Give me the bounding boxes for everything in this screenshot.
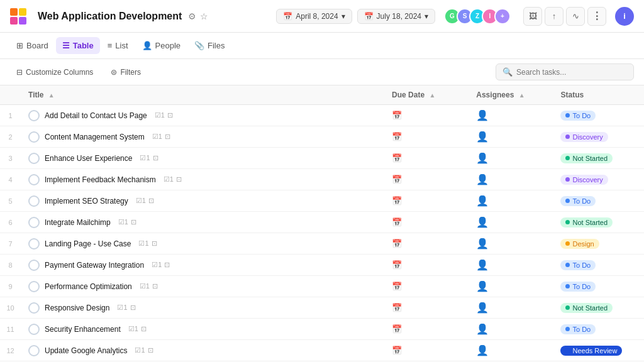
- row-due-date[interactable]: 📅: [384, 169, 469, 190]
- row-status[interactable]: To Do: [553, 319, 644, 340]
- row-status[interactable]: Needs Review: [553, 340, 644, 361]
- tasks-table: Title ▲ Due Date ▲ Assignees ▲ Status 1 …: [0, 85, 644, 362]
- row-due-date[interactable]: 📅: [384, 126, 469, 148]
- row-status[interactable]: Discovery: [553, 126, 644, 148]
- row-status[interactable]: To Do: [553, 255, 644, 276]
- row-assignees[interactable]: 👤: [469, 297, 553, 319]
- row-title[interactable]: Performance Optimization ☑1 ⊡: [21, 276, 384, 297]
- tab-list[interactable]: ≡ List: [101, 37, 135, 54]
- row-title[interactable]: Landing Page - Use Case ☑1 ⊡: [21, 233, 384, 255]
- row-title[interactable]: Update Google Analytics ☑1 ⊡: [21, 340, 384, 361]
- row-due-date[interactable]: 📅: [384, 105, 469, 126]
- row-assignees[interactable]: 👤: [469, 212, 553, 233]
- task-checkbox[interactable]: [28, 195, 40, 207]
- row-due-date[interactable]: 📅: [384, 297, 469, 319]
- task-checkbox[interactable]: [28, 153, 40, 164]
- share-btn[interactable]: ↑: [545, 7, 564, 26]
- row-due-date[interactable]: 📅: [384, 276, 469, 297]
- status-dot: [565, 156, 570, 160]
- col-title-header[interactable]: Title ▲: [21, 85, 384, 105]
- row-status[interactable]: Not Started: [553, 212, 644, 233]
- tab-files-label: Files: [208, 41, 225, 50]
- tab-board[interactable]: ⊞ Board: [10, 37, 55, 54]
- row-status[interactable]: To Do: [553, 190, 644, 212]
- row-due-date[interactable]: 📅: [384, 233, 469, 255]
- chevron-down-icon2: ▾: [425, 12, 428, 21]
- row-assignees[interactable]: 👤: [469, 190, 553, 212]
- row-title[interactable]: Responsive Design ☑1 ⊡: [21, 297, 384, 319]
- status-dot: [565, 327, 570, 331]
- row-assignees[interactable]: 👤: [469, 169, 553, 190]
- task-checkbox[interactable]: [28, 131, 40, 143]
- row-assignees[interactable]: 👤: [469, 126, 553, 148]
- task-checkbox[interactable]: [28, 238, 40, 250]
- row-assignees[interactable]: 👤: [469, 105, 553, 126]
- row-number: 6: [0, 212, 21, 233]
- row-title[interactable]: Integrate Mailchimp ☑1 ⊡: [21, 212, 384, 233]
- row-status[interactable]: To Do: [553, 276, 644, 297]
- tab-table[interactable]: ☰ Table: [56, 37, 100, 54]
- note-icon: ⊡: [141, 325, 147, 333]
- task-checkbox[interactable]: [28, 174, 40, 185]
- table-row: 4 Implement Feedback Mechanism ☑1 ⊡ 📅👤Di…: [0, 169, 644, 190]
- task-checkbox[interactable]: [28, 345, 40, 356]
- avatar-5[interactable]: +: [494, 8, 511, 25]
- row-status[interactable]: Not Started: [553, 148, 644, 169]
- image-btn[interactable]: 🖼: [523, 7, 542, 26]
- tab-files[interactable]: 📎 Files: [188, 37, 231, 54]
- date-start-btn[interactable]: 📅 April 8, 2024 ▾: [276, 9, 352, 24]
- chart-btn[interactable]: ∿: [566, 7, 585, 26]
- task-checkbox[interactable]: [28, 260, 40, 271]
- row-assignees[interactable]: 👤: [469, 319, 553, 340]
- star-icon[interactable]: ☆: [200, 11, 208, 21]
- checklist-icon: ☑1: [128, 325, 138, 333]
- more-btn[interactable]: ⋮: [587, 7, 606, 26]
- info-button[interactable]: i: [615, 7, 634, 26]
- row-due-date[interactable]: 📅: [384, 190, 469, 212]
- col-status-header[interactable]: Status: [553, 85, 644, 105]
- row-title[interactable]: Implement Feedback Mechanism ☑1 ⊡: [21, 169, 384, 190]
- row-due-date[interactable]: 📅: [384, 212, 469, 233]
- table-wrapper: Title ▲ Due Date ▲ Assignees ▲ Status 1 …: [0, 85, 644, 362]
- row-title[interactable]: Content Management System ☑1 ⊡: [21, 126, 384, 148]
- col-due-header[interactable]: Due Date ▲: [384, 85, 469, 105]
- row-title[interactable]: Implement SEO Strategy ☑1 ⊡: [21, 190, 384, 212]
- status-badge: To Do: [560, 111, 596, 121]
- task-checkbox[interactable]: [28, 217, 40, 228]
- row-due-date[interactable]: 📅: [384, 255, 469, 276]
- row-assignees[interactable]: 👤: [469, 340, 553, 361]
- row-due-date[interactable]: 📅: [384, 340, 469, 361]
- row-status[interactable]: Discovery: [553, 169, 644, 190]
- task-checkbox[interactable]: [28, 324, 40, 335]
- row-title[interactable]: Enhance User Experience ☑1 ⊡: [21, 148, 384, 169]
- row-assignees[interactable]: 👤: [469, 276, 553, 297]
- row-assignees[interactable]: 👤: [469, 255, 553, 276]
- date-end-btn[interactable]: 📅 July 18, 2024 ▾: [357, 9, 435, 24]
- task-checkbox[interactable]: [28, 302, 40, 314]
- row-due-date[interactable]: 📅: [384, 319, 469, 340]
- assignees-sort-icon: ▲: [519, 92, 525, 99]
- search-box[interactable]: 🔍: [496, 63, 634, 80]
- tab-table-label: Table: [73, 41, 94, 50]
- col-assignees-header[interactable]: Assignees ▲: [469, 85, 553, 105]
- status-dot: [565, 177, 570, 182]
- row-assignees[interactable]: 👤: [469, 233, 553, 255]
- task-name: Integrate Mailchimp: [45, 218, 111, 227]
- status-badge: To Do: [560, 282, 596, 292]
- task-checkbox[interactable]: [28, 110, 40, 121]
- filters-btn[interactable]: ⊜ Filters: [104, 65, 147, 80]
- tab-people[interactable]: 👤 People: [136, 37, 187, 54]
- row-assignees[interactable]: 👤: [469, 148, 553, 169]
- settings-icon[interactable]: ⚙: [188, 11, 196, 21]
- row-title[interactable]: Security Enhancement ☑1 ⊡: [21, 319, 384, 340]
- row-status[interactable]: Not Started: [553, 297, 644, 319]
- row-title[interactable]: Payment Gateway Integration ☑1 ⊡: [21, 255, 384, 276]
- row-due-date[interactable]: 📅: [384, 148, 469, 169]
- assignee-icon: 👤: [476, 217, 489, 228]
- search-input[interactable]: [516, 68, 627, 77]
- customize-columns-btn[interactable]: ⊟ Customize Columns: [10, 65, 99, 80]
- row-status[interactable]: Design: [553, 233, 644, 255]
- row-title[interactable]: Add Detail to Contact Us Page ☑1 ⊡: [21, 105, 384, 126]
- task-checkbox[interactable]: [28, 281, 40, 292]
- row-status[interactable]: To Do: [553, 105, 644, 126]
